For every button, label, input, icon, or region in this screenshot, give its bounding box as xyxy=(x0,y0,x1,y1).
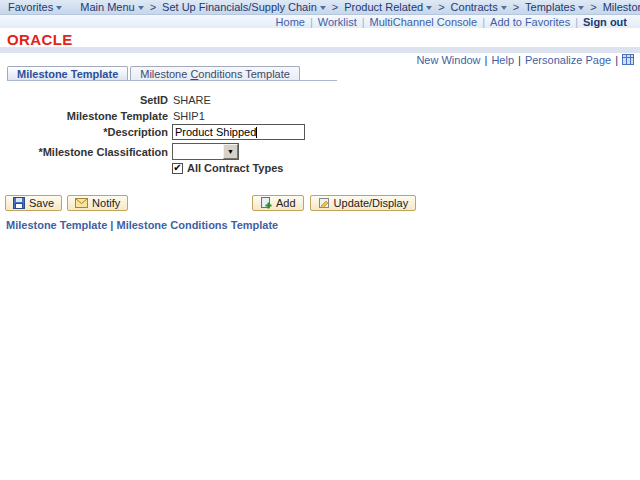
toolbar: Save Notify Add xyxy=(0,195,640,212)
breadcrumb-separator: > xyxy=(590,1,596,13)
divider: | xyxy=(310,16,313,28)
add-to-favorites-link[interactable]: Add to Favorites xyxy=(490,16,570,28)
footer-link-milestone-conditions-template[interactable]: Milestone Conditions Template xyxy=(116,219,278,231)
form-area: SetID SHARE Milestone Template SHIP1 *De… xyxy=(0,94,640,174)
breadcrumb-item-templates[interactable]: Templates xyxy=(525,1,584,13)
home-link[interactable]: Home xyxy=(276,16,305,28)
breadcrumb-item-label: Product Related xyxy=(344,1,423,13)
description-input[interactable]: Product Shipped xyxy=(172,124,305,140)
divider: | xyxy=(615,54,618,66)
setid-label: SetID xyxy=(7,94,168,106)
favorites-menu[interactable]: Favorites xyxy=(8,1,62,13)
save-button[interactable]: Save xyxy=(5,195,62,211)
update-display-button[interactable]: Update/Display xyxy=(310,195,417,211)
all-contract-types-row: ✔ All Contract Types xyxy=(7,162,640,174)
divider: | xyxy=(485,54,488,66)
multichannel-console-link[interactable]: MultiChannel Console xyxy=(370,16,478,28)
notify-button[interactable]: Notify xyxy=(67,195,128,211)
tab-label: Milestone Conditions Template xyxy=(140,68,290,80)
logo-row: ORACLE xyxy=(0,28,640,47)
footer-link-milestone-template[interactable]: Milestone Template xyxy=(6,219,107,231)
update-display-pencil-icon xyxy=(318,197,330,209)
page-footer-links: Milestone Template | Milestone Condition… xyxy=(6,219,640,231)
milestone-template-row: Milestone Template SHIP1 xyxy=(7,110,640,122)
setid-value: SHARE xyxy=(173,94,211,106)
chevron-down-icon xyxy=(320,6,326,10)
sign-out-link[interactable]: Sign out xyxy=(583,16,627,28)
header-links-bar: Home | Worklist | MultiChannel Console |… xyxy=(0,15,640,28)
main-menu[interactable]: Main Menu xyxy=(80,1,143,13)
breadcrumb-current-page: Milestone Templates xyxy=(603,1,640,13)
main-menu-label: Main Menu xyxy=(80,1,134,13)
add-button-label: Add xyxy=(276,197,296,209)
breadcrumb-separator: > xyxy=(438,1,444,13)
oracle-logo: ORACLE xyxy=(7,31,73,48)
description-label: *Description xyxy=(7,126,168,138)
breadcrumb-item-setup-financials[interactable]: Set Up Financials/Supply Chain xyxy=(162,1,326,13)
divider: | xyxy=(518,54,521,66)
notify-button-label: Notify xyxy=(92,197,120,209)
tab-milestone-template[interactable]: Milestone Template xyxy=(7,66,128,80)
add-document-icon xyxy=(260,197,272,209)
save-button-label: Save xyxy=(29,197,54,209)
personalize-layout-icon[interactable] xyxy=(622,54,634,65)
favorites-label: Favorites xyxy=(8,1,53,13)
description-input-text: Product Shipped xyxy=(175,126,256,138)
selected-option xyxy=(173,144,223,159)
breadcrumb-item-contracts[interactable]: Contracts xyxy=(451,1,507,13)
add-button[interactable]: Add xyxy=(252,195,304,211)
chevron-down-icon xyxy=(578,6,584,10)
milestone-template-value: SHIP1 xyxy=(173,110,205,122)
notify-envelope-icon xyxy=(75,198,88,208)
checkmark-icon: ✔ xyxy=(173,163,181,173)
breadcrumb-item-label: Templates xyxy=(525,1,575,13)
all-contract-types-checkbox[interactable]: ✔ xyxy=(172,163,183,174)
breadcrumb: Favorites Main Menu > Set Up Financials/… xyxy=(0,0,640,15)
update-display-button-label: Update/Display xyxy=(334,197,409,209)
divider: | xyxy=(110,219,113,231)
breadcrumb-item-label: Set Up Financials/Supply Chain xyxy=(162,1,317,13)
tab-milestone-conditions-template[interactable]: Milestone Conditions Template xyxy=(130,66,300,80)
classification-row: *Milestone Classification ▼ xyxy=(7,143,640,160)
chevron-down-icon xyxy=(501,6,507,10)
chevron-down-icon xyxy=(426,6,432,10)
toolbar-right-group: Add Update/Display xyxy=(252,195,416,211)
dropdown-arrow-icon[interactable]: ▼ xyxy=(223,144,238,159)
chevron-down-icon xyxy=(56,6,62,10)
breadcrumb-item-product-related[interactable]: Product Related xyxy=(344,1,432,13)
breadcrumb-separator: > xyxy=(332,1,338,13)
toolbar-left-group: Save Notify xyxy=(5,195,128,211)
worklist-link[interactable]: Worklist xyxy=(318,16,357,28)
breadcrumb-separator: > xyxy=(513,1,519,13)
utility-links-row: New Window | Help | Personalize Page | xyxy=(0,53,640,66)
divider: | xyxy=(482,16,485,28)
milestone-classification-label: *Milestone Classification xyxy=(7,146,168,158)
breadcrumb-item-milestone-templates: Milestone Templates xyxy=(603,1,640,13)
chevron-down-icon xyxy=(138,6,144,10)
description-row: *Description Product Shipped xyxy=(7,124,640,140)
milestone-template-label: Milestone Template xyxy=(7,110,168,122)
milestone-classification-select[interactable]: ▼ xyxy=(172,143,239,160)
setid-row: SetID SHARE xyxy=(7,94,640,106)
tab-label: Milestone Template xyxy=(17,68,118,80)
save-icon xyxy=(13,197,25,209)
text-cursor xyxy=(256,127,257,138)
divider: | xyxy=(362,16,365,28)
all-contract-types-label: All Contract Types xyxy=(187,162,283,174)
new-window-link[interactable]: New Window xyxy=(416,54,480,66)
breadcrumb-separator: > xyxy=(150,1,156,13)
tab-bar: Milestone Template Milestone Conditions … xyxy=(7,66,337,81)
breadcrumb-item-label: Contracts xyxy=(451,1,498,13)
help-link[interactable]: Help xyxy=(491,54,514,66)
divider: | xyxy=(575,16,578,28)
personalize-page-link[interactable]: Personalize Page xyxy=(525,54,611,66)
